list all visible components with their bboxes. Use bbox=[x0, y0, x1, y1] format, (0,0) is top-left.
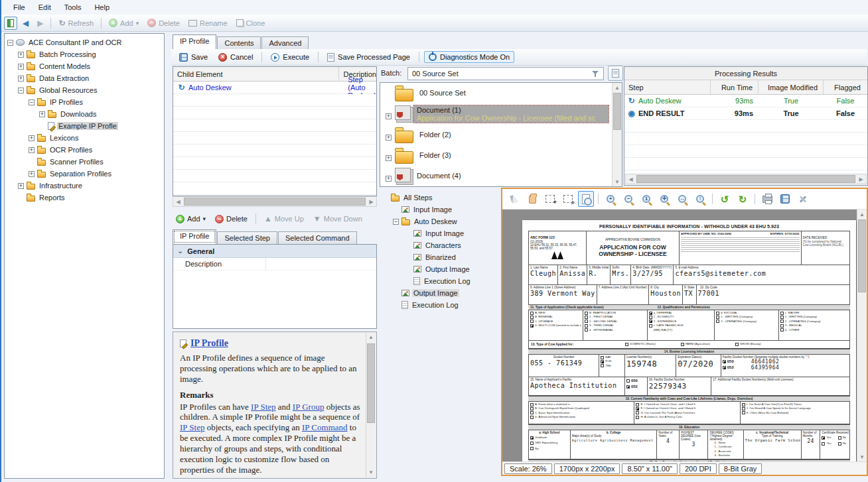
zoom-out-button[interactable]: − bbox=[620, 191, 636, 207]
fit-page-button[interactable] bbox=[578, 191, 594, 207]
menu-tools[interactable]: Tools bbox=[58, 0, 88, 15]
expander-icon[interactable] bbox=[386, 113, 392, 119]
scroll-down-icon[interactable]: ▼ bbox=[366, 468, 376, 477]
batch-vscrollbar[interactable]: ▲ ▼ bbox=[612, 83, 622, 186]
pan-tool-button[interactable] bbox=[524, 191, 540, 207]
delete-step-button[interactable]: Delete bbox=[212, 213, 251, 225]
forward-button[interactable]: ▶ bbox=[34, 18, 46, 29]
tree-item[interactable]: Lexicons bbox=[5, 132, 164, 144]
move-down-button[interactable]: ▼Move Down bbox=[310, 213, 366, 225]
expander-icon[interactable] bbox=[393, 219, 399, 225]
scroll-up-icon[interactable]: ▲ bbox=[857, 210, 867, 219]
batch-tree-item[interactable]: Document (4) bbox=[380, 166, 622, 186]
expander-icon[interactable] bbox=[7, 40, 13, 46]
scroll-left-icon[interactable]: ◀ bbox=[173, 197, 183, 206]
column-image-modified[interactable]: Image Modified bbox=[759, 80, 824, 94]
scroll-down-icon[interactable]: ▼ bbox=[613, 177, 622, 186]
tree-item[interactable]: Scanner Profiles bbox=[5, 156, 164, 168]
tree-item[interactable]: Content Models bbox=[5, 60, 164, 72]
viewer-canvas[interactable]: PERSONALLY IDENTIFIABLE INFORMATION - WI… bbox=[502, 210, 867, 461]
rename-button[interactable]: Rename bbox=[185, 18, 231, 29]
viewer-vscrollbar[interactable]: ▲ ▼ bbox=[857, 210, 867, 461]
expander-icon[interactable] bbox=[18, 76, 24, 82]
batch-tree-item[interactable]: Folder (2) bbox=[380, 125, 622, 145]
step-tree-item[interactable]: Binarized bbox=[381, 251, 499, 263]
expander-icon[interactable] bbox=[386, 135, 392, 141]
tab-ip-profile[interactable]: IP Profile bbox=[173, 34, 216, 49]
step-tree-item[interactable]: Auto Deskew bbox=[381, 215, 499, 227]
help-title-link[interactable]: IP Profile bbox=[190, 337, 228, 349]
rotate-left-button[interactable]: ↺ bbox=[717, 191, 733, 207]
batch-dropdown[interactable]: 00 Source Set bbox=[407, 67, 604, 80]
batch-page-button[interactable] bbox=[608, 66, 623, 81]
tree-item[interactable]: Downloads bbox=[5, 108, 164, 120]
menu-file[interactable]: File bbox=[7, 0, 32, 15]
tree-item[interactable]: Reports bbox=[5, 192, 164, 204]
step-tree-item[interactable]: Input Image bbox=[381, 227, 499, 239]
expander-icon[interactable] bbox=[386, 155, 392, 161]
child-table-hscrollbar[interactable]: ◀ ▶ bbox=[173, 196, 377, 207]
scroll-right-icon[interactable]: ▶ bbox=[366, 197, 376, 206]
tree-item[interactable]: Separation Profiles bbox=[5, 168, 164, 180]
help-vscrollbar[interactable]: ▲ ▼ bbox=[366, 333, 376, 477]
step-tree-item[interactable]: Characters bbox=[381, 239, 499, 251]
fit-both-button[interactable]: ✛ bbox=[656, 191, 672, 207]
property-group-general[interactable]: ⌄ General bbox=[173, 245, 376, 258]
scroll-thumb[interactable] bbox=[367, 343, 375, 423]
tree-item[interactable]: Global Resources bbox=[5, 84, 164, 96]
detail-tab-selected-command[interactable]: Selected Command bbox=[278, 231, 357, 244]
batch-tree-item[interactable]: 00 Source Set bbox=[380, 83, 622, 103]
column-run-time[interactable]: Run Time bbox=[711, 80, 759, 94]
collapse-chevron-icon[interactable]: ⌄ bbox=[177, 247, 183, 255]
expander-icon[interactable] bbox=[18, 52, 24, 58]
add-button[interactable]: Add▾ bbox=[106, 17, 142, 29]
table-row[interactable]: Auto Deskew Step (Auto Deskew) bbox=[173, 82, 376, 94]
tree-item[interactable]: Batch Processing bbox=[5, 48, 164, 60]
tree-item[interactable]: Infrastructure bbox=[5, 180, 164, 192]
menu-help[interactable]: Help bbox=[88, 0, 116, 15]
expander-icon[interactable] bbox=[18, 64, 24, 70]
refresh-button[interactable]: ↻Refresh bbox=[55, 17, 97, 29]
fit-height-button[interactable]: ↕ bbox=[692, 191, 708, 207]
filter-icon[interactable] bbox=[592, 70, 599, 78]
detail-tab-selected-step[interactable]: Selected Step bbox=[217, 231, 277, 244]
expander-icon[interactable] bbox=[18, 88, 24, 93]
back-button[interactable]: ◀ bbox=[19, 18, 32, 29]
scroll-up-icon[interactable]: ▲ bbox=[613, 83, 622, 92]
column-child-element[interactable]: Child Element bbox=[173, 67, 339, 81]
clone-button[interactable]: Clone bbox=[233, 18, 269, 29]
scroll-right-icon[interactable]: ▶ bbox=[856, 174, 866, 184]
scroll-thumb[interactable] bbox=[636, 175, 855, 183]
tree-item[interactable]: Example IP Profle bbox=[5, 120, 164, 132]
execute-button[interactable]: Execute bbox=[267, 52, 313, 63]
step-tree-item[interactable]: Input Image bbox=[381, 204, 499, 215]
save-button[interactable]: Save bbox=[175, 52, 212, 63]
actual-size-button[interactable]: 1 bbox=[638, 191, 654, 207]
step-tree-item[interactable]: Output Image bbox=[381, 287, 499, 299]
pointer-tool-button[interactable] bbox=[506, 191, 522, 207]
expander-icon[interactable] bbox=[18, 183, 24, 189]
tree-item[interactable]: Data Extraction bbox=[5, 72, 164, 84]
column-flagged[interactable]: Flagged bbox=[824, 80, 867, 94]
zoom-region-button[interactable]: ⌕ bbox=[560, 191, 576, 207]
property-row-description[interactable]: Description bbox=[173, 258, 376, 271]
toggle-nav-panel-button[interactable] bbox=[4, 17, 17, 30]
zoom-in-button[interactable]: + bbox=[603, 191, 618, 207]
tree-item[interactable]: ACE Consultant IP and OCR bbox=[5, 36, 164, 48]
expander-icon[interactable] bbox=[29, 171, 35, 177]
scroll-thumb[interactable] bbox=[184, 198, 366, 206]
print-button[interactable] bbox=[759, 191, 775, 207]
results-row[interactable]: Auto Deskew 93ms True False bbox=[624, 95, 867, 107]
image-tools-button[interactable] bbox=[795, 191, 811, 207]
scroll-down-icon[interactable]: ▼ bbox=[857, 452, 867, 461]
step-tree-item[interactable]: Execution Log bbox=[381, 275, 499, 287]
batch-tree-item[interactable]: Folder (3) bbox=[380, 145, 622, 166]
expander-icon[interactable] bbox=[29, 99, 35, 105]
results-hscrollbar[interactable]: ◀ ▶ bbox=[625, 174, 867, 184]
tab-advanced[interactable]: Advanced bbox=[261, 36, 309, 49]
expander-icon[interactable] bbox=[39, 111, 45, 117]
column-step[interactable]: Step bbox=[624, 80, 711, 94]
scroll-thumb[interactable] bbox=[858, 219, 866, 292]
move-up-button[interactable]: ▲Move Up bbox=[261, 213, 307, 225]
step-tree-item[interactable]: Output Image bbox=[381, 263, 499, 275]
